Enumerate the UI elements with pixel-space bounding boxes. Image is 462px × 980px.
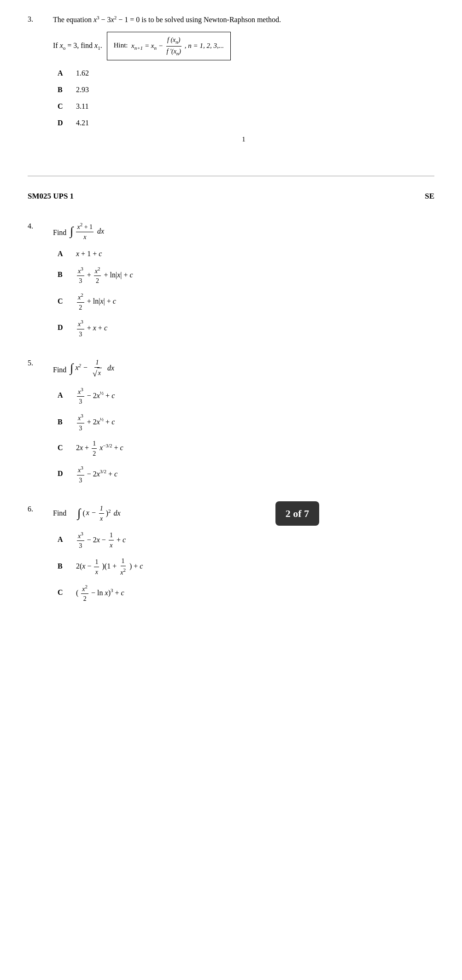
q4-frac: x2 + 1 x <box>76 221 94 242</box>
opt-value-B: x3 3 + x2 2 + ln|x| + c <box>76 265 133 286</box>
q5-find-label: Find <box>53 365 68 373</box>
opt-label-C: C <box>58 587 76 598</box>
question-4-block: 4. Find ∫ x2 + 1 x dx A <box>28 221 434 345</box>
section-bottom: SM025 UPS 1 SE 4. Find ∫ x2 + 1 x dx <box>28 186 434 609</box>
q5-integral: ∫ x2 − 1 √ x <box>70 358 114 379</box>
a-frac-num: x3 <box>77 386 84 397</box>
opt-value-C: 3.11 <box>76 101 88 112</box>
sqrt-content: x <box>97 368 102 378</box>
opt-label-B: B <box>58 561 76 572</box>
c-frac: 1 2 <box>92 439 97 458</box>
q6-integral: ∫ ( x − 1 x )2 dx <box>77 504 120 523</box>
q6-options: A x3 3 − 2x − 1 x + c <box>58 530 434 604</box>
opt-label-C: C <box>58 296 76 307</box>
q3-text: The equation x3 − 3x2 − 1 = 0 is to be s… <box>53 14 434 25</box>
opt-label-A: A <box>58 68 76 79</box>
option-row: C 2x + 1 2 x−3/2 + c <box>58 439 434 458</box>
q5-text: Find ∫ x2 − 1 √ x <box>53 358 434 379</box>
q4-text: Find ∫ x2 + 1 x dx <box>53 221 434 242</box>
q6-integrand: x − 1 x <box>86 504 105 523</box>
b-frac2: x2 2 <box>94 265 101 286</box>
option-row: A 1.62 <box>58 68 434 79</box>
d-frac-den: 3 <box>78 329 83 339</box>
opt-value-D: x3 3 − 2x3/2 + c <box>76 464 117 485</box>
option-row: C ( x2 2 − ln x)3 + c <box>58 583 434 604</box>
q3-subtext: If xo = 3, find x1. Hint: xn+1 = xn − f … <box>53 32 434 60</box>
opt-label-B: B <box>58 417 76 428</box>
b-frac2-num: 1 <box>121 556 126 566</box>
q5-number: 5. <box>28 358 53 491</box>
hint-frac-den: f ′(xn) <box>166 47 182 57</box>
q6-text: Find ∫ ( x − 1 x )2 dx <box>53 504 434 523</box>
q3-sub-label: If xo = 3, find x1. <box>53 41 102 49</box>
option-row: B x3 3 + x2 2 + ln|x| + c <box>58 265 434 286</box>
hint-formula: xn+1 = xn − f (xn) f ′(xn) , n = 1, 2, 3… <box>131 42 224 49</box>
opt-value-B: 2(x − 1 x )(1 + 1 x2 ) + c <box>76 556 143 577</box>
d-frac-den: 3 <box>78 475 83 485</box>
c-frac-num: 1 <box>92 439 97 449</box>
badge-2of7: 2 of 7 <box>275 501 319 526</box>
d-frac: x3 3 <box>77 464 84 485</box>
c-frac-num: x2 <box>81 583 88 594</box>
q6-frac: 1 x <box>99 504 104 523</box>
q6-paren-open: ( <box>82 508 85 519</box>
b-frac1: x3 3 <box>77 265 84 286</box>
q3-hint-box: Hint: xn+1 = xn − f (xn) f ′(xn) , n = 1… <box>107 32 231 60</box>
b-frac-den: x <box>94 567 99 577</box>
q5-dx: dx <box>105 363 114 374</box>
d-frac-num: x3 <box>77 318 84 329</box>
b-frac2-num: x2 <box>94 265 101 276</box>
b-frac-num: 1 <box>94 557 99 567</box>
a-frac: x3 3 <box>77 530 84 551</box>
c-frac: x2 2 <box>81 583 88 604</box>
integral-sign: ∫ <box>77 507 81 519</box>
c-frac-den: 2 <box>92 449 97 458</box>
opt-value-C: ( x2 2 − ln x)3 + c <box>76 583 124 604</box>
option-row: D x3 3 + x + c <box>58 318 434 339</box>
b-frac2: 1 x2 <box>119 556 127 577</box>
q5-frac: 1 √ x <box>91 358 104 379</box>
q4-content: Find ∫ x2 + 1 x dx A x + 1 + c <box>53 221 434 345</box>
a-frac2-num: 1 <box>109 530 114 540</box>
opt-label-B: B <box>58 84 76 95</box>
opt-value-C: x2 2 + ln|x| + c <box>76 291 116 312</box>
b-frac: 1 x <box>94 557 99 577</box>
q3-options: A 1.62 B 2.93 C 3.11 D 4.21 <box>58 68 434 129</box>
option-row: A x + 1 + c <box>58 248 434 259</box>
opt-label-D: D <box>58 468 76 479</box>
q4-frac-num: x2 + 1 <box>76 221 94 232</box>
option-row: A x3 3 − 2x − 1 x + c <box>58 530 434 551</box>
q4-integral: ∫ x2 + 1 x dx <box>70 221 104 242</box>
a-frac-den: 3 <box>78 397 83 406</box>
hint-frac-num: f (xn) <box>166 35 181 46</box>
opt-value-B: x3 3 + 2x½ + c <box>76 412 115 433</box>
q3-content: The equation x3 − 3x2 − 1 = 0 is to be s… <box>53 14 434 149</box>
opt-label-A: A <box>58 534 76 545</box>
sqrt-sign: √ <box>93 370 97 378</box>
opt-value-D: x3 3 + x + c <box>76 318 107 339</box>
a-frac2-den: x <box>109 540 113 550</box>
q6-frac-num: 1 <box>99 504 104 514</box>
d-frac-num: x3 <box>77 464 84 475</box>
option-row: B 2(x − 1 x )(1 + 1 x2 <box>58 556 434 577</box>
sqrt-x: √ x <box>93 368 102 378</box>
integral-sign: ∫ <box>70 362 73 374</box>
q5-frac-num: 1 <box>94 358 99 368</box>
integral-sign: ∫ <box>70 225 73 237</box>
question-6-block: 6. Find ∫ ( x − 1 x )2 <box>28 504 434 610</box>
q5-options: A x3 3 − 2x½ + c B x <box>58 386 434 485</box>
opt-value-A: x + 1 + c <box>76 248 102 259</box>
opt-value-A: x3 3 − 2x½ + c <box>76 386 115 407</box>
q6-content: Find ∫ ( x − 1 x )2 dx <box>53 504 434 610</box>
opt-label-C: C <box>58 101 76 112</box>
hint-label: Hint: <box>114 42 130 49</box>
q3-number: 3. <box>28 14 53 149</box>
opt-value-D: 4.21 <box>76 117 89 129</box>
opt-value-B: 2.93 <box>76 84 89 95</box>
q5-integrand: x2 − 1 √ x <box>75 358 105 379</box>
option-row: D x3 3 − 2x3/2 + c <box>58 464 434 485</box>
q6-find-label: Find <box>53 508 68 519</box>
q4-options: A x + 1 + c B x3 3 + x2 <box>58 248 434 339</box>
header-bar: SM025 UPS 1 SE <box>28 190 434 202</box>
opt-label-A: A <box>58 248 76 259</box>
